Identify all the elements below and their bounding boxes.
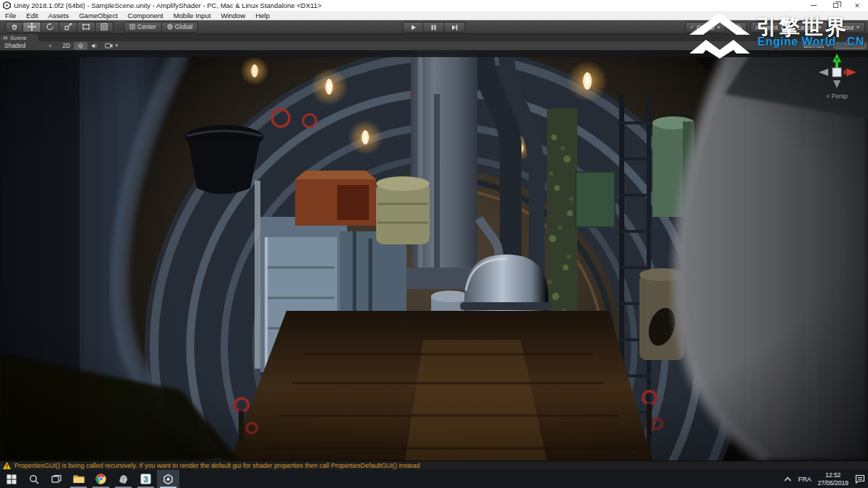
space-toggle-button[interactable]: Global [162, 22, 199, 33]
pause-button[interactable] [424, 22, 445, 33]
clock-time: 12:52 [817, 471, 848, 479]
3dsmax-icon: 3 [140, 474, 151, 484]
play-icon [409, 24, 417, 31]
search-icon [29, 474, 39, 484]
2d-toggle-button[interactable]: 2D [59, 42, 74, 50]
audio-toggle-button[interactable] [88, 42, 101, 50]
scene-tab-label: Scene [10, 35, 27, 41]
taskbar-3dsmax-button[interactable]: 3 [135, 470, 157, 488]
system-tray: FRA 12:52 27/05/2019 [784, 470, 865, 488]
pivot-icon [129, 24, 135, 30]
menu-edit[interactable]: Edit [21, 11, 43, 20]
menu-gameobject[interactable]: GameObject [74, 11, 122, 20]
vignette [0, 51, 868, 461]
rect-tool-icon [82, 22, 90, 31]
warning-message: PropertiesGUI() is being called recursiv… [14, 462, 420, 469]
axis-y-label: Y [835, 57, 839, 62]
axis-gizmo-icon: Y [814, 53, 859, 91]
globe-icon [167, 24, 173, 30]
perspective-label[interactable]: < Persp [814, 93, 859, 100]
effects-dropdown-button[interactable]: ▼ [101, 42, 122, 50]
warning-icon [3, 462, 11, 469]
hidden-icons-chevron[interactable] [784, 476, 791, 481]
unity-window: Unity 2018.1.0f2 (64bit) - SampleScene.u… [0, 0, 868, 488]
step-button[interactable] [445, 22, 466, 33]
scenebar-separator: ▾ [30, 43, 59, 49]
window-title: Unity 2018.1.0f2 (64bit) - SampleScene.u… [14, 1, 321, 9]
audio-speaker-icon [91, 43, 98, 49]
layers-button[interactable]: Layers ▼ [792, 22, 827, 33]
play-button[interactable] [403, 22, 424, 33]
minimize-button[interactable] [803, 0, 825, 11]
gray-app-icon [118, 474, 129, 484]
hand-icon [10, 22, 19, 31]
pause-icon [430, 24, 438, 31]
space-label: Global [175, 23, 193, 30]
menu-window[interactable]: Window [216, 11, 250, 20]
account-caret-icon: ▼ [780, 25, 784, 30]
layout-button[interactable]: Layout ▼ [830, 22, 865, 33]
scene-tab-icon [3, 35, 8, 40]
action-center-icon[interactable] [855, 474, 865, 484]
scene-search-input[interactable] [833, 43, 867, 49]
taskbar-gray-app-button[interactable] [112, 470, 135, 488]
hand-tool-button[interactable] [5, 22, 23, 33]
collab-caret-icon: ▼ [716, 25, 720, 30]
transform-tool-button[interactable] [95, 22, 114, 33]
rect-tool-button[interactable] [77, 22, 95, 33]
cloud-icon [733, 25, 742, 30]
scene-render [0, 51, 868, 461]
language-indicator[interactable]: FRA [798, 476, 811, 483]
shading-mode-label: Shaded [4, 42, 25, 49]
taskbar-unity-button[interactable] [157, 470, 179, 488]
2d-toggle-label: 2D [62, 42, 70, 49]
scale-icon [64, 22, 72, 31]
lighting-sun-icon [77, 43, 84, 49]
pivot-toggle-button[interactable]: Center [124, 22, 162, 33]
menu-bar: File Edit Assets GameObject Component Mo… [0, 11, 868, 20]
lighting-toggle-button[interactable] [74, 42, 88, 50]
taskbar-search-button[interactable] [22, 470, 45, 488]
menu-help[interactable]: Help [250, 11, 275, 20]
layers-caret-icon: ▼ [818, 25, 822, 30]
layout-caret-icon: ▼ [856, 25, 860, 30]
start-button[interactable] [0, 470, 22, 488]
taskbar-chrome-button[interactable] [90, 470, 112, 488]
collab-label: Collab [697, 24, 714, 31]
move-tool-button[interactable] [23, 22, 41, 33]
tab-scene[interactable]: Scene [0, 34, 38, 41]
rotate-icon [46, 22, 54, 31]
account-button[interactable]: Account ▼ [750, 22, 789, 33]
console-status-bar[interactable]: PropertiesGUI() is being called recursiv… [0, 461, 868, 470]
layers-label: Layers [797, 24, 816, 31]
rotate-tool-button[interactable] [41, 22, 59, 33]
cloud-button[interactable] [728, 22, 747, 33]
clock-date: 27/05/2019 [817, 479, 848, 487]
gizmos-caret-icon: ▼ [826, 43, 830, 48]
taskbar-explorer-button[interactable] [67, 470, 90, 488]
menu-file[interactable]: File [0, 11, 21, 20]
tab-strip: Scene [0, 34, 868, 41]
move-icon [27, 22, 36, 31]
menu-assets[interactable]: Assets [43, 11, 75, 20]
chrome-icon [95, 474, 106, 484]
svg-text:3: 3 [143, 475, 148, 484]
effects-camera-icon [105, 43, 113, 48]
shading-mode-dropdown[interactable]: Shaded [0, 41, 30, 50]
step-icon [451, 24, 459, 31]
close-button[interactable]: ✕ [846, 0, 868, 11]
clock[interactable]: 12:52 27/05/2019 [817, 471, 848, 487]
task-view-button[interactable] [45, 470, 67, 488]
windows-taskbar: 3 FRA 12:52 27/05/2019 [0, 470, 868, 488]
orientation-gizmo[interactable]: Y < Persp [814, 53, 859, 104]
menu-mobile-input[interactable]: Mobile Input [169, 11, 216, 20]
collab-button[interactable]: ✓ Collab ▼ [685, 22, 726, 33]
restore-button[interactable] [825, 0, 846, 11]
scene-viewport[interactable]: Y < Persp [0, 51, 868, 461]
gizmos-dropdown[interactable]: Gizmos ▼ [803, 42, 830, 49]
scale-tool-button[interactable] [59, 22, 77, 33]
task-view-icon [51, 474, 61, 484]
transform-icon [100, 22, 109, 31]
menu-component[interactable]: Component [123, 11, 169, 20]
unity-app-icon [3, 1, 11, 9]
